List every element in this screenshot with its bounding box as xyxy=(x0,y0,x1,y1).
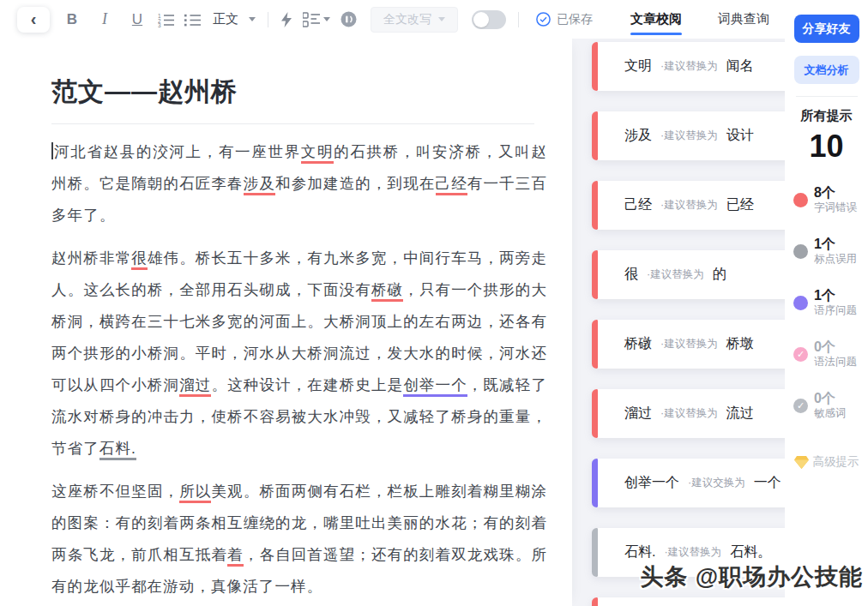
toolbar: ‹ B I U 123 正文 全文改写 xyxy=(0,0,785,39)
italic-button[interactable]: I xyxy=(94,9,115,31)
marked-error-text[interactable]: 创举一个 xyxy=(403,376,467,397)
card-action-label: ·建议替换为 xyxy=(647,267,704,282)
back-chevron-icon: ‹ xyxy=(31,9,37,29)
card-replacement-text: 闻名 xyxy=(726,57,754,75)
marked-error-text[interactable]: 着 xyxy=(227,546,244,567)
paragraph-style-select[interactable]: 正文 xyxy=(213,11,256,27)
suggestion-card[interactable]: 涉及·建议替换为设计 xyxy=(592,111,785,160)
marked-error-text[interactable]: 涉及 xyxy=(244,175,275,195)
title-divider xyxy=(51,123,534,124)
suggestion-card[interactable] xyxy=(592,597,785,606)
proofread-toggle[interactable] xyxy=(472,10,506,29)
suggestion-card[interactable]: 桥礅·建议替换为桥墩 xyxy=(592,320,785,369)
stat-text: 8个字词错误 xyxy=(814,185,857,214)
paragraph[interactable]: 赵州桥非常很雄伟。桥长五十多米，有九米多宽，中间行车马，两旁走人。这么长的桥，全… xyxy=(51,243,547,465)
bold-button[interactable]: B xyxy=(62,9,82,31)
paragraph-style-value: 正文 xyxy=(213,11,238,27)
card-accent-bar xyxy=(592,528,598,577)
card-original-text: 创举一个 xyxy=(624,474,679,492)
diamond-icon xyxy=(794,456,809,469)
stat-count: 0个 xyxy=(814,339,857,355)
card-action-label: ·建议替换为 xyxy=(660,59,718,74)
card-action-label: ·建议替换为 xyxy=(660,129,718,143)
document-title[interactable]: 范文——赵州桥 xyxy=(51,75,534,110)
card-original-text: 己经 xyxy=(624,196,652,214)
underline-button[interactable]: U xyxy=(127,9,148,31)
suggestions-panel: 文明·建议替换为闻名涉及·建议替换为设计己经·建议替换为已经很·建议替换为的桥礅… xyxy=(572,39,785,606)
lightning-icon[interactable] xyxy=(280,12,292,27)
document-body: 河北省赵县的洨河上，有一座世界文明的石拱桥，叫安济桥，又叫赵州桥。它是隋朝的石匠… xyxy=(51,136,534,606)
card-replacement-text: 的 xyxy=(713,266,726,284)
card-replacement-text: 一个 xyxy=(754,474,781,492)
stat-text: 1个语序问题 xyxy=(814,288,857,317)
marked-error-text[interactable]: 所以 xyxy=(179,483,211,503)
card-accent-bar xyxy=(592,111,598,160)
card-original-text: 文明 xyxy=(624,57,652,75)
marked-error-text[interactable]: 溜过 xyxy=(179,376,211,397)
toolbar-divider xyxy=(518,12,519,27)
tab-bar: 文章校阅 词典查询 xyxy=(630,0,769,39)
marked-error-text[interactable]: 很 xyxy=(131,249,148,270)
paragraph[interactable]: 河北省赵县的洨河上，有一座世界文明的石拱桥，叫安济桥，又叫赵州桥。它是隋朝的石匠… xyxy=(51,136,547,231)
premium-hints-label: 高级提示 xyxy=(813,454,859,470)
paragraph[interactable]: 这座桥不但坚固，所以美观。桥面两侧有石栏，栏板上雕刻着糊里糊涂的图案：有的刻着两… xyxy=(51,476,547,603)
card-accent-bar xyxy=(592,320,598,369)
suggestion-card[interactable]: 溜过·建议替换为流过 xyxy=(592,389,785,438)
marked-error-text[interactable]: 己经 xyxy=(436,175,467,195)
summary-sidebar: 分享好友 文档分析 所有提示 10 8个字词错误1个标点误用1个语序问题✓0个语… xyxy=(785,0,868,606)
text-run: 赵州桥非常 xyxy=(51,249,131,267)
stat-item[interactable]: ✓0个敏感词 xyxy=(793,391,868,420)
tab-article-proofread[interactable]: 文章校阅 xyxy=(630,0,682,39)
suggestion-card[interactable]: 己经·建议替换为已经 xyxy=(592,181,785,230)
stat-label: 语法问题 xyxy=(814,355,857,369)
outline-structure-icon[interactable] xyxy=(303,12,330,27)
stat-count: 0个 xyxy=(814,391,847,406)
card-replacement-text: 设计 xyxy=(726,127,754,145)
stat-label: 敏感词 xyxy=(814,406,847,420)
stat-item[interactable]: 8个字词错误 xyxy=(793,185,868,214)
back-button[interactable]: ‹ xyxy=(17,7,50,33)
chevron-down-icon xyxy=(249,17,256,21)
stat-text: 1个标点误用 xyxy=(814,237,857,266)
bullet-list-icon[interactable] xyxy=(184,12,201,27)
card-action-label: ·建议交换为 xyxy=(688,476,745,490)
rewrite-button[interactable]: 全文改写 xyxy=(371,7,458,33)
text-run: 河北省赵县的洨河上，有一座世界 xyxy=(54,143,301,160)
card-accent-bar xyxy=(592,459,598,507)
marked-error-text[interactable]: 石料. xyxy=(99,440,136,460)
premium-hints[interactable]: 高级提示 xyxy=(794,454,859,470)
speaker-icon[interactable] xyxy=(341,11,357,27)
toggle-knob xyxy=(473,12,489,27)
card-action-label: ·建议替换为 xyxy=(664,545,721,560)
toolbar-divider xyxy=(268,12,268,27)
card-original-text: 石料. xyxy=(624,543,655,561)
suggestion-card[interactable]: 创举一个·建议交换为一个 xyxy=(592,459,785,507)
marked-error-text[interactable]: 桥礅 xyxy=(371,281,403,302)
stat-text: 0个敏感词 xyxy=(814,391,847,420)
card-action-label: ·建议替换为 xyxy=(660,406,718,421)
share-friends-button[interactable]: 分享好友 xyxy=(794,15,859,43)
stat-label: 标点误用 xyxy=(814,252,857,266)
marked-error-text[interactable]: 文明 xyxy=(301,143,334,164)
saved-check-icon xyxy=(536,12,551,27)
tab-dictionary-lookup[interactable]: 词典查询 xyxy=(718,0,769,39)
suggestion-card[interactable]: 文明·建议替换为闻名 xyxy=(592,42,785,91)
ordered-list-icon[interactable]: 123 xyxy=(158,12,174,27)
category-dot-icon xyxy=(793,244,808,259)
chevron-down-icon xyxy=(323,17,330,21)
suggestion-card[interactable]: 很·建议替换为的 xyxy=(592,250,785,299)
card-accent-bar xyxy=(592,389,598,438)
document-area[interactable]: 范文——赵州桥 河北省赵县的洨河上，有一座世界文明的石拱桥，叫安济桥，又叫赵州桥… xyxy=(0,39,572,606)
text-run: 和参加建造的，到现在 xyxy=(275,175,435,192)
app-window: ‹ B I U 123 正文 全文改写 xyxy=(0,0,868,606)
document-analysis-button[interactable]: 文档分析 xyxy=(794,56,859,84)
stat-item[interactable]: 1个标点误用 xyxy=(793,237,868,266)
stat-item[interactable]: 1个语序问题 xyxy=(793,288,868,317)
card-accent-bar xyxy=(592,250,598,299)
card-replacement-text: 已经 xyxy=(726,196,754,214)
stat-item[interactable]: ✓0个语法问题 xyxy=(793,339,868,369)
category-dot-icon xyxy=(793,193,808,207)
card-action-label: ·建议替换为 xyxy=(660,198,718,213)
card-replacement-text: 桥墩 xyxy=(726,335,754,353)
saved-label: 已保存 xyxy=(557,12,593,27)
